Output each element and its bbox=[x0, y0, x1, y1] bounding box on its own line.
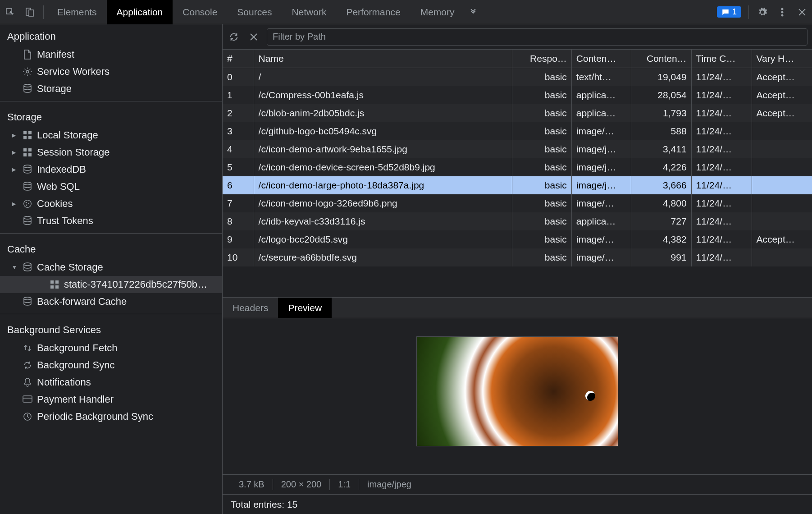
svg-rect-11 bbox=[23, 148, 27, 151]
cell-cl: 4,382 bbox=[631, 230, 691, 248]
column-header[interactable]: Conten… bbox=[631, 50, 691, 68]
sidebar-item-trust-tokens[interactable]: Trust Tokens bbox=[0, 212, 222, 229]
detail-tab-headers[interactable]: Headers bbox=[223, 298, 278, 318]
tree-item-label: Session Storage bbox=[37, 147, 109, 158]
tab-console[interactable]: Console bbox=[173, 0, 227, 24]
svg-point-18 bbox=[26, 202, 27, 203]
sidebar-item-notifications[interactable]: Notifications bbox=[0, 374, 222, 391]
cell-resp: basic bbox=[512, 68, 571, 87]
device-toolbar-icon[interactable] bbox=[20, 0, 40, 24]
sidebar-item-web-sql[interactable]: Web SQL bbox=[0, 178, 222, 195]
sidebar-item-cache-storage[interactable]: ▼Cache Storage bbox=[0, 259, 222, 276]
sidebar-item-manifest[interactable]: Manifest bbox=[0, 46, 222, 63]
separator bbox=[748, 5, 749, 19]
cell-idx: 1 bbox=[223, 86, 254, 104]
sidebar-item-session-storage[interactable]: ▶Session Storage bbox=[0, 144, 222, 161]
column-header[interactable]: Respo… bbox=[512, 50, 571, 68]
cell-idx: 2 bbox=[223, 104, 254, 122]
sidebar-item-cookies[interactable]: ▶Cookies bbox=[0, 195, 222, 212]
column-header[interactable]: Vary H… bbox=[752, 50, 812, 68]
cell-tc: 11/24/… bbox=[691, 212, 752, 230]
inspect-element-icon[interactable] bbox=[0, 0, 20, 24]
table-row[interactable]: 5/c/icon-demo-device-screen-5d52d8b9.jpg… bbox=[223, 158, 812, 176]
tree-item-label: Cache Storage bbox=[37, 262, 103, 273]
sidebar-item-storage[interactable]: Storage bbox=[0, 80, 222, 97]
cell-cl: 4,226 bbox=[631, 158, 691, 176]
cell-name: /c/secure-a66bbdfe.svg bbox=[254, 248, 512, 266]
table-row[interactable]: 1/c/Compress-00b1eafa.jsbasicapplica…28,… bbox=[223, 86, 812, 104]
table-row[interactable]: 8/c/idb-keyval-c33d3116.jsbasicapplica…7… bbox=[223, 212, 812, 230]
svg-point-2 bbox=[781, 8, 784, 10]
updown-icon bbox=[23, 343, 32, 353]
tab-memory[interactable]: Memory bbox=[411, 0, 465, 24]
section-divider bbox=[0, 101, 222, 101]
expand-arrow-icon[interactable]: ▶ bbox=[12, 201, 18, 207]
delete-icon[interactable] bbox=[247, 33, 260, 41]
tab-sources[interactable]: Sources bbox=[227, 0, 282, 24]
table-row[interactable]: 3/c/github-logo-bc05494c.svgbasicimage/…… bbox=[223, 122, 812, 140]
issues-badge[interactable]: 1 bbox=[717, 6, 741, 18]
column-header[interactable]: # bbox=[223, 50, 254, 68]
cell-idx: 9 bbox=[223, 230, 254, 248]
expand-arrow-icon[interactable]: ▼ bbox=[12, 264, 18, 271]
svg-rect-1 bbox=[29, 10, 33, 16]
cell-idx: 4 bbox=[223, 140, 254, 158]
expand-arrow-icon[interactable]: ▶ bbox=[12, 149, 18, 156]
cell-ct: applica… bbox=[571, 212, 631, 230]
cell-name: / bbox=[254, 68, 512, 87]
expand-arrow-icon[interactable]: ▶ bbox=[12, 166, 18, 173]
cell-resp: basic bbox=[512, 212, 571, 230]
tree-item-label: Trust Tokens bbox=[37, 215, 93, 227]
column-header[interactable]: Time C… bbox=[691, 50, 752, 68]
cell-resp: basic bbox=[512, 86, 571, 104]
sidebar-item-indexeddb[interactable]: ▶IndexedDB bbox=[0, 161, 222, 178]
cell-vh bbox=[752, 122, 812, 140]
table-row[interactable]: 10/c/secure-a66bbdfe.svgbasicimage/…9911… bbox=[223, 248, 812, 266]
table-row[interactable]: 6/c/icon-demo-large-photo-18da387a.jpgba… bbox=[223, 176, 812, 194]
db-icon bbox=[23, 297, 32, 307]
sidebar-item-static-3741017226db5c27f50b[interactable]: static-3741017226db5c27f50b… bbox=[0, 276, 222, 293]
table-row[interactable]: 0/basictext/ht…19,04911/24/…Accept… bbox=[223, 68, 812, 87]
cell-ct: text/ht… bbox=[571, 68, 631, 87]
sidebar-item-service-workers[interactable]: Service Workers bbox=[0, 63, 222, 80]
more-tabs-icon[interactable] bbox=[464, 0, 484, 24]
table-row[interactable]: 2/c/blob-anim-2db05bdc.jsbasicapplica…1,… bbox=[223, 104, 812, 122]
preview-pane: 3.7 kB 200 × 200 1:1 image/jpeg bbox=[223, 318, 812, 494]
sidebar-item-periodic-background-sync[interactable]: Periodic Background Sync bbox=[0, 408, 222, 425]
cell-vh bbox=[752, 212, 812, 230]
close-devtools-icon[interactable] bbox=[792, 0, 812, 24]
tab-application[interactable]: Application bbox=[107, 0, 173, 24]
filter-path-input[interactable] bbox=[267, 28, 807, 46]
sidebar-item-payment-handler[interactable]: Payment Handler bbox=[0, 391, 222, 408]
tree-item-label: Background Fetch bbox=[37, 342, 118, 354]
cell-ct: image/… bbox=[571, 230, 631, 248]
table-row[interactable]: 4/c/icon-demo-artwork-9eba1655.jpgbasici… bbox=[223, 140, 812, 158]
cell-tc: 11/24/… bbox=[691, 158, 752, 176]
column-header[interactable]: Name bbox=[254, 50, 512, 68]
table-row[interactable]: 7/c/icon-demo-logo-326ed9b6.pngbasicimag… bbox=[223, 194, 812, 212]
sidebar-item-local-storage[interactable]: ▶Local Storage bbox=[0, 127, 222, 144]
cell-tc: 11/24/… bbox=[691, 248, 752, 266]
tab-performance[interactable]: Performance bbox=[336, 0, 410, 24]
table-row[interactable]: 9/c/logo-bcc20dd5.svgbasicimage/…4,38211… bbox=[223, 230, 812, 248]
detail-tabs: HeadersPreview bbox=[223, 298, 812, 318]
kebab-menu-icon[interactable] bbox=[772, 0, 792, 24]
expand-arrow-icon[interactable]: ▶ bbox=[12, 132, 18, 138]
settings-gear-icon[interactable] bbox=[753, 0, 772, 24]
column-header[interactable]: Conten… bbox=[571, 50, 631, 68]
refresh-icon[interactable] bbox=[227, 32, 241, 42]
db-icon bbox=[23, 165, 32, 174]
tab-elements[interactable]: Elements bbox=[47, 0, 107, 24]
detail-tab-preview[interactable]: Preview bbox=[278, 298, 332, 318]
sidebar-item-background-fetch[interactable]: Background Fetch bbox=[0, 340, 222, 357]
tab-network[interactable]: Network bbox=[282, 0, 336, 24]
sidebar-item-background-sync[interactable]: Background Sync bbox=[0, 357, 222, 374]
sidebar-item-back-forward-cache[interactable]: Back-forward Cache bbox=[0, 293, 222, 310]
section-divider bbox=[0, 233, 222, 234]
tree-item-label: Cookies bbox=[37, 198, 73, 210]
cell-tc: 11/24/… bbox=[691, 230, 752, 248]
cell-name: /c/icon-demo-large-photo-18da387a.jpg bbox=[254, 176, 512, 194]
cache-entries-table: #NameRespo…Conten…Conten…Time C…Vary H… … bbox=[223, 50, 812, 298]
cell-idx: 8 bbox=[223, 212, 254, 230]
main-area: ApplicationManifestService WorkersStorag… bbox=[0, 24, 812, 514]
